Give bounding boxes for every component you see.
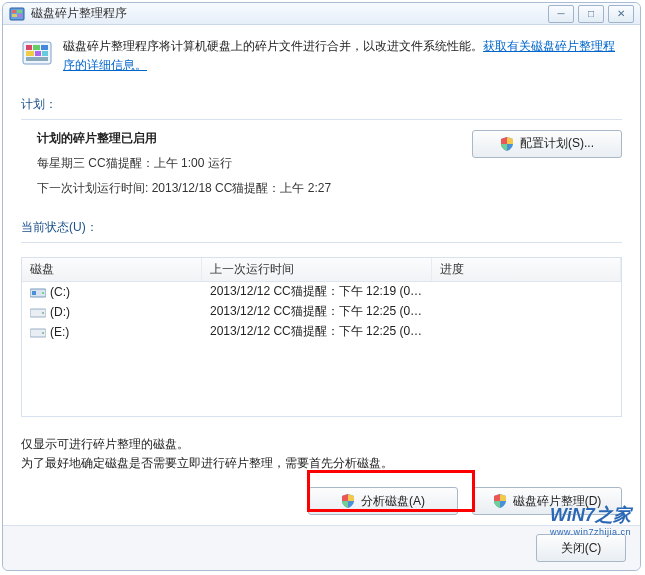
cell-disk: (E:) — [22, 325, 202, 339]
svg-point-15 — [42, 292, 44, 294]
footer: 关闭(C) — [3, 525, 640, 570]
content-area: 磁盘碎片整理程序将计算机硬盘上的碎片文件进行合并，以改进文件系统性能。获取有关磁… — [3, 25, 640, 525]
cell-disk: (C:) — [22, 285, 202, 299]
info-text: 磁盘碎片整理程序将计算机硬盘上的碎片文件进行合并，以改进文件系统性能。获取有关磁… — [63, 37, 622, 75]
note-block: 仅显示可进行碎片整理的磁盘。 为了最好地确定磁盘是否需要立即进行碎片整理，需要首… — [21, 435, 622, 473]
cell-disk: (D:) — [22, 305, 202, 319]
svg-rect-8 — [41, 45, 48, 50]
configure-schedule-label: 配置计划(S)... — [520, 135, 594, 152]
schedule-line-1: 每星期三 CC猫提醒：上午 1:00 运行 — [37, 155, 331, 172]
info-row: 磁盘碎片整理程序将计算机硬盘上的碎片文件进行合并，以改进文件系统性能。获取有关磁… — [21, 37, 622, 75]
shield-icon — [493, 494, 507, 508]
window-title: 磁盘碎片整理程序 — [31, 5, 548, 22]
divider — [21, 242, 622, 243]
schedule-heading: 计划的碎片整理已启用 — [37, 130, 331, 147]
status-section-label: 当前状态(U)： — [21, 219, 622, 236]
cell-lastrun: 2013/12/12 CC猫提醒：下午 12:19 (0%... — [202, 283, 432, 300]
svg-point-19 — [42, 332, 44, 334]
svg-rect-2 — [17, 10, 22, 13]
column-header-lastrun[interactable]: 上一次运行时间 — [202, 258, 432, 281]
window: 磁盘碎片整理程序 ─ □ ✕ 磁盘碎片整理程序将计算机硬盘上的碎片文件进行合并，… — [2, 2, 641, 571]
column-header-progress[interactable]: 进度 — [432, 258, 621, 281]
defrag-disk-label: 磁盘碎片整理(D) — [513, 493, 602, 510]
schedule-section-label: 计划： — [21, 96, 622, 113]
analyze-disk-button[interactable]: 分析磁盘(A) — [308, 487, 458, 515]
svg-rect-12 — [26, 57, 48, 61]
info-text-static: 磁盘碎片整理程序将计算机硬盘上的碎片文件进行合并，以改进文件系统性能。 — [63, 39, 483, 53]
svg-point-17 — [42, 312, 44, 314]
svg-rect-10 — [35, 51, 41, 56]
column-header-disk[interactable]: 磁盘 — [22, 258, 202, 281]
maximize-button[interactable]: □ — [578, 5, 604, 23]
svg-rect-7 — [33, 45, 40, 50]
svg-rect-4 — [18, 14, 22, 17]
svg-rect-14 — [32, 291, 36, 295]
titlebar: 磁盘碎片整理程序 ─ □ ✕ — [3, 3, 640, 25]
svg-rect-1 — [12, 10, 16, 13]
disk-list: 磁盘 上一次运行时间 进度 (C:)2013/12/12 CC猫提醒：下午 12… — [21, 257, 622, 417]
schedule-block: 计划的碎片整理已启用 每星期三 CC猫提醒：上午 1:00 运行 下一次计划运行… — [21, 130, 331, 205]
defrag-icon — [21, 37, 53, 69]
close-button-label: 关闭(C) — [561, 540, 602, 557]
svg-rect-9 — [26, 51, 34, 56]
shield-icon — [341, 494, 355, 508]
schedule-line-2: 下一次计划运行时间: 2013/12/18 CC猫提醒：上午 2:27 — [37, 180, 331, 197]
svg-rect-6 — [26, 45, 32, 50]
cell-lastrun: 2013/12/12 CC猫提醒：下午 12:25 (0%... — [202, 323, 432, 340]
close-button[interactable]: 关闭(C) — [536, 534, 626, 562]
note-line-2: 为了最好地确定磁盘是否需要立即进行碎片整理，需要首先分析磁盘。 — [21, 454, 622, 473]
window-buttons: ─ □ ✕ — [548, 5, 634, 23]
configure-schedule-button[interactable]: 配置计划(S)... — [472, 130, 622, 158]
svg-rect-11 — [42, 51, 48, 56]
note-line-1: 仅显示可进行碎片整理的磁盘。 — [21, 435, 622, 454]
cell-lastrun: 2013/12/12 CC猫提醒：下午 12:25 (0%... — [202, 303, 432, 320]
table-row[interactable]: (D:)2013/12/12 CC猫提醒：下午 12:25 (0%... — [22, 302, 621, 322]
list-body: (C:)2013/12/12 CC猫提醒：下午 12:19 (0%...(D:)… — [22, 282, 621, 342]
defrag-disk-button[interactable]: 磁盘碎片整理(D) — [472, 487, 622, 515]
shield-icon — [500, 137, 514, 151]
table-row[interactable]: (C:)2013/12/12 CC猫提醒：下午 12:19 (0%... — [22, 282, 621, 302]
analyze-disk-label: 分析磁盘(A) — [361, 493, 425, 510]
minimize-button[interactable]: ─ — [548, 5, 574, 23]
schedule-row: 计划的碎片整理已启用 每星期三 CC猫提醒：上午 1:00 运行 下一次计划运行… — [21, 130, 622, 205]
divider — [21, 119, 622, 120]
app-icon — [9, 6, 25, 22]
list-header: 磁盘 上一次运行时间 进度 — [22, 258, 621, 282]
svg-rect-3 — [12, 14, 17, 17]
table-row[interactable]: (E:)2013/12/12 CC猫提醒：下午 12:25 (0%... — [22, 322, 621, 342]
bottom-buttons: 分析磁盘(A) 磁盘碎片整理(D) — [21, 487, 622, 515]
close-window-button[interactable]: ✕ — [608, 5, 634, 23]
